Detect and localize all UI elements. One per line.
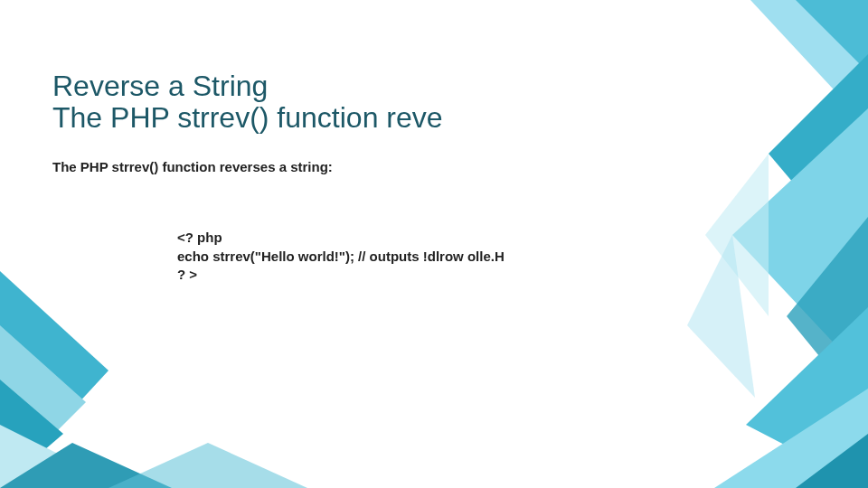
svg-marker-1 [0,325,86,488]
title-line-2: The PHP strrev() function reve [52,101,443,134]
code-line: echo strrev("Hello world!"); // outputs … [177,249,505,264]
svg-marker-11 [746,307,868,488]
title-line-1: Reverse a String [52,70,268,102]
svg-marker-10 [787,217,868,416]
svg-marker-8 [769,54,868,271]
content-area: Reverse a String The PHP strrev() functi… [52,70,714,284]
slide-title: Reverse a String The PHP strrev() functi… [52,70,714,134]
code-block: <? php echo strrev("Hello world!"); // o… [177,229,714,284]
slide-subtitle: The PHP strrev() function reverses a str… [52,159,714,174]
svg-marker-14 [705,154,769,316]
svg-marker-12 [714,389,868,488]
svg-marker-4 [0,443,172,488]
svg-marker-3 [0,425,127,488]
slide: Reverse a String The PHP strrev() functi… [0,0,868,488]
svg-marker-6 [750,0,868,127]
code-line: ? > [177,267,197,282]
svg-marker-5 [108,443,307,488]
svg-marker-0 [0,271,108,488]
code-line: <? php [177,230,222,245]
svg-marker-9 [732,108,868,380]
svg-marker-2 [0,380,63,488]
svg-marker-13 [796,434,868,488]
svg-marker-7 [796,0,868,72]
